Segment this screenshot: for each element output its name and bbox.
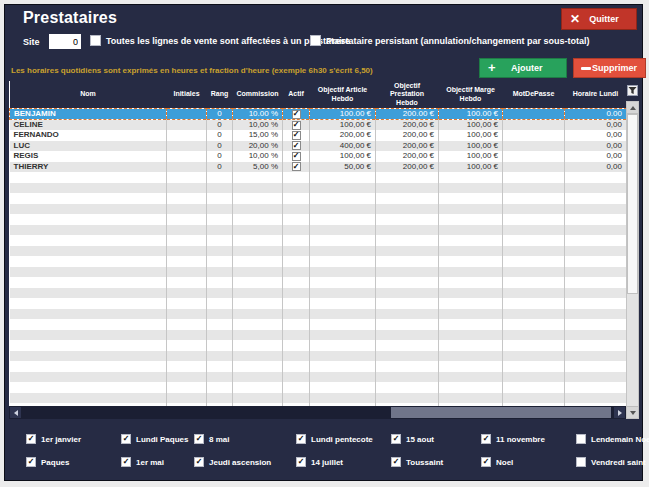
vertical-scrollbar-thumb[interactable]	[627, 114, 638, 294]
cell-objectif-article-hebdo[interactable]: 50,00 €	[310, 162, 376, 173]
cell-commission[interactable]: 10.00 %	[233, 109, 283, 120]
holiday-lendemain-noel[interactable]: Lendemain Noel	[576, 434, 649, 444]
holiday-1er-janvier[interactable]: 1er janvier	[26, 434, 121, 444]
horizontal-scrollbar-thumb[interactable]	[391, 407, 611, 418]
cell-rang[interactable]: 0	[207, 162, 233, 173]
cell-mot-de-passe[interactable]	[503, 130, 565, 141]
holiday-14-juillet[interactable]: 14 juillet	[296, 457, 391, 467]
column-header-motdepasse[interactable]: MotDePasse	[503, 81, 565, 109]
cell-commission[interactable]: 5,00 %	[233, 162, 283, 173]
cell-mot-de-passe[interactable]	[503, 141, 565, 152]
holiday-checkbox-icon[interactable]	[576, 434, 586, 444]
column-header-initiales[interactable]: Initiales	[167, 81, 207, 109]
scroll-right-arrow-icon[interactable]	[614, 407, 625, 418]
holiday-vendredi-saint[interactable]: Vendredi saint	[576, 457, 646, 467]
actif-checkbox-icon[interactable]	[292, 110, 301, 119]
cell-objectif-marge-hebdo[interactable]: 100.00 €	[439, 109, 503, 120]
holiday-noel[interactable]: Noel	[481, 457, 576, 467]
scroll-up-arrow-icon[interactable]	[627, 102, 638, 114]
cell-horaire-lundi[interactable]: 0,00	[565, 130, 627, 141]
holiday-lundi-pentecote[interactable]: Lundi pentecote	[296, 434, 391, 444]
cell-objectif-prestation-hebdo[interactable]: 200,00 €	[376, 130, 439, 141]
column-header-actif[interactable]: Actif	[283, 81, 310, 109]
sales-assigned-checkbox-icon[interactable]	[90, 35, 101, 46]
cell-objectif-prestation-hebdo[interactable]: 200.00 €	[376, 109, 439, 120]
holiday-checkbox-icon[interactable]	[481, 457, 491, 467]
column-header-commission[interactable]: Commission	[233, 81, 283, 109]
holiday-paques[interactable]: Paques	[26, 457, 121, 467]
cell-objectif-article-hebdo[interactable]: 100.00 €	[310, 109, 376, 120]
actif-checkbox-icon[interactable]	[292, 131, 301, 140]
cell-objectif-article-hebdo[interactable]: 100,00 €	[310, 151, 376, 162]
quit-button[interactable]: ✕ Quitter	[561, 8, 637, 30]
cell-nom[interactable]: BENJAMIN	[10, 109, 167, 120]
site-input[interactable]	[49, 34, 81, 49]
cell-horaire-lundi[interactable]: 0,00	[565, 120, 627, 131]
table-row[interactable]: THIERRY05,00 %50,00 €200,00 €100,00 €0,0…	[10, 162, 627, 173]
cell-horaire-lundi[interactable]: 0,00	[565, 151, 627, 162]
cell-mot-de-passe[interactable]	[503, 151, 565, 162]
cell-rang[interactable]: 0	[207, 130, 233, 141]
actif-checkbox-icon[interactable]	[292, 152, 301, 161]
cell-mot-de-passe[interactable]	[503, 109, 565, 120]
table-row[interactable]: BENJAMIN010.00 %100.00 €200.00 €100.00 €…	[10, 109, 627, 120]
holiday-toussaint[interactable]: Toussaint	[391, 457, 481, 467]
cell-nom[interactable]: CELINE	[10, 120, 167, 131]
column-header-horaire-lundi[interactable]: Horaire Lundi	[565, 81, 627, 109]
cell-initiales[interactable]	[167, 162, 207, 173]
actif-checkbox-icon[interactable]	[292, 162, 301, 171]
persistent-provider-option[interactable]: Prestataire persistant (annulation/chang…	[310, 35, 590, 46]
column-header-objectif-marge-hebdo[interactable]: Objectif Marge Hebdo	[439, 81, 503, 109]
scroll-left-arrow-icon[interactable]	[10, 407, 21, 418]
table-row[interactable]: FERNANDO015,00 %200,00 €200,00 €100,00 €…	[10, 130, 627, 141]
holiday-lundi-paques[interactable]: Lundi Paques	[121, 434, 194, 444]
cell-objectif-marge-hebdo[interactable]: 100,00 €	[439, 151, 503, 162]
holiday-checkbox-icon[interactable]	[391, 457, 401, 467]
cell-actif[interactable]	[283, 151, 310, 162]
actif-checkbox-icon[interactable]	[292, 141, 301, 150]
cell-commission[interactable]: 20,00 %	[233, 141, 283, 152]
holiday-checkbox-icon[interactable]	[194, 434, 204, 444]
cell-objectif-marge-hebdo[interactable]: 100,00 €	[439, 130, 503, 141]
cell-initiales[interactable]	[167, 109, 207, 120]
vertical-scrollbar[interactable]	[626, 101, 639, 419]
cell-actif[interactable]	[283, 109, 310, 120]
holiday-1er-mai[interactable]: 1er mai	[121, 457, 194, 467]
cell-objectif-prestation-hebdo[interactable]: 200,00 €	[376, 162, 439, 173]
holiday-checkbox-icon[interactable]	[481, 434, 491, 444]
holiday-15-aout[interactable]: 15 aout	[391, 434, 481, 444]
column-header-rang[interactable]: Rang	[207, 81, 233, 109]
holiday-11-novembre[interactable]: 11 novembre	[481, 434, 576, 444]
cell-rang[interactable]: 0	[207, 151, 233, 162]
cell-objectif-article-hebdo[interactable]: 400,00 €	[310, 141, 376, 152]
cell-actif[interactable]	[283, 130, 310, 141]
holiday-checkbox-icon[interactable]	[296, 457, 306, 467]
cell-nom[interactable]: LUC	[10, 141, 167, 152]
holiday-checkbox-icon[interactable]	[121, 434, 131, 444]
cell-initiales[interactable]	[167, 130, 207, 141]
delete-button[interactable]: Supprimer	[573, 58, 646, 78]
cell-nom[interactable]: REGIS	[10, 151, 167, 162]
cell-objectif-marge-hebdo[interactable]: 100,00 €	[439, 162, 503, 173]
holiday-checkbox-icon[interactable]	[576, 457, 586, 467]
cell-nom[interactable]: THIERRY	[10, 162, 167, 173]
cell-commission[interactable]: 10,00 %	[233, 151, 283, 162]
add-button[interactable]: + Ajouter	[479, 58, 567, 78]
cell-actif[interactable]	[283, 120, 310, 131]
holiday-checkbox-icon[interactable]	[194, 457, 204, 467]
holiday-8-mai[interactable]: 8 mai	[194, 434, 296, 444]
cell-rang[interactable]: 0	[207, 120, 233, 131]
cell-rang[interactable]: 0	[207, 109, 233, 120]
holiday-checkbox-icon[interactable]	[26, 457, 36, 467]
cell-objectif-article-hebdo[interactable]: 100,00 €	[310, 120, 376, 131]
cell-objectif-prestation-hebdo[interactable]: 200,00 €	[376, 120, 439, 131]
cell-horaire-lundi[interactable]: 0,00	[565, 162, 627, 173]
cell-objectif-marge-hebdo[interactable]: 100,00 €	[439, 120, 503, 131]
column-header-objectif-prestation-hebdo[interactable]: Objectif Prestation Hebdo	[376, 81, 439, 109]
cell-objectif-prestation-hebdo[interactable]: 200,00 €	[376, 151, 439, 162]
filter-icon[interactable]	[627, 85, 638, 96]
cell-initiales[interactable]	[167, 151, 207, 162]
table-row[interactable]: CELINE010,00 %100,00 €200,00 €100,00 €0,…	[10, 120, 627, 131]
column-header-objectif-article-hebdo[interactable]: Objectif Article Hebdo	[310, 81, 376, 109]
table-row[interactable]: REGIS010,00 %100,00 €200,00 €100,00 €0,0…	[10, 151, 627, 162]
